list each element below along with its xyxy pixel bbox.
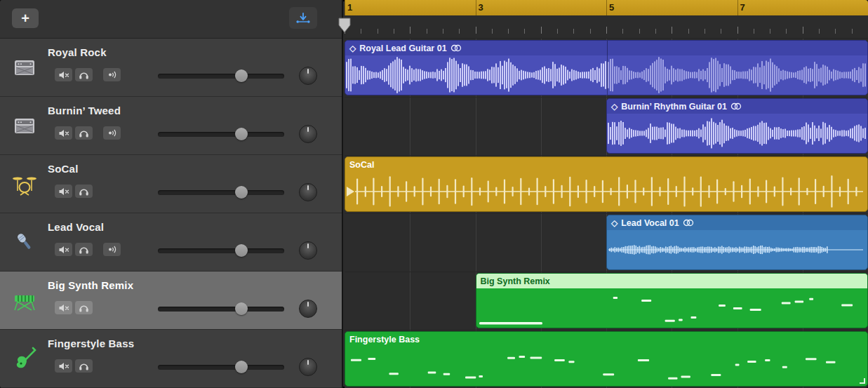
pan-knob[interactable] xyxy=(299,300,317,318)
bass-guitar-icon xyxy=(8,344,41,373)
beat-tick xyxy=(754,29,754,34)
track-name: Lead Vocal xyxy=(48,221,104,233)
lane-separator xyxy=(345,155,868,156)
beat-tick xyxy=(590,29,591,34)
track-control-buttons xyxy=(55,185,95,198)
solo-button[interactable] xyxy=(75,359,93,373)
beat-tick xyxy=(443,29,443,34)
lane-separator xyxy=(345,97,868,98)
pan-knob[interactable] xyxy=(299,241,317,260)
beat-tick xyxy=(508,29,509,34)
volume-slider-thumb[interactable] xyxy=(235,361,248,373)
solo-button[interactable] xyxy=(75,243,93,256)
beat-tick xyxy=(410,27,410,34)
mute-button[interactable] xyxy=(55,301,72,314)
pan-knob[interactable] xyxy=(299,67,317,85)
solo-button[interactable] xyxy=(75,68,93,81)
region-socal[interactable]: SoCal xyxy=(345,156,868,212)
volume-slider[interactable] xyxy=(158,70,284,81)
solo-button[interactable] xyxy=(75,185,93,198)
track-header-socal[interactable]: SoCal xyxy=(0,155,342,213)
solo-button[interactable] xyxy=(75,126,93,140)
beat-tick xyxy=(672,27,672,34)
volume-slider[interactable] xyxy=(158,128,284,140)
track-name: Burnin’ Tweed xyxy=(48,105,121,116)
region-waveform xyxy=(607,230,867,269)
track-header-fingerstyle-bass[interactable]: Fingerstyle Bass xyxy=(0,330,342,388)
volume-slider-thumb[interactable] xyxy=(235,302,248,315)
region-fingerstyle-bass[interactable]: Fingerstyle Bass xyxy=(345,331,868,387)
track-control-buttons xyxy=(55,359,95,373)
volume-slider-thumb[interactable] xyxy=(235,69,248,82)
beat-tick xyxy=(688,29,689,34)
beat-tick xyxy=(524,29,525,34)
region-header: ◇Lead Vocal 01 xyxy=(607,215,867,230)
track-headers-toolbar: + xyxy=(0,0,342,39)
stereo-circles-icon xyxy=(683,219,694,227)
playhead[interactable] xyxy=(338,18,351,33)
volume-slider-thumb[interactable] xyxy=(235,186,248,199)
input-monitoring-button[interactable] xyxy=(103,126,121,140)
beat-ruler[interactable] xyxy=(345,15,868,39)
beat-tick xyxy=(573,29,574,34)
lane-separator xyxy=(345,330,868,330)
mute-icon xyxy=(58,71,69,79)
automation-toggle-button[interactable] xyxy=(289,7,317,29)
volume-slider-thumb[interactable] xyxy=(235,244,248,257)
follow-tempo-icon: ◇ xyxy=(349,44,356,53)
region-resize-handle[interactable] xyxy=(860,378,865,384)
track-header-burnin-tweed[interactable]: Burnin’ Tweed xyxy=(0,97,342,155)
beat-tick xyxy=(770,29,770,34)
region-royal-lead-guitar-01[interactable]: ◇Royal Lead Guitar 01 xyxy=(345,40,868,95)
drum-kit-icon xyxy=(8,170,41,198)
input-monitoring-button[interactable] xyxy=(103,243,121,256)
volume-slider[interactable] xyxy=(158,187,284,198)
volume-slider[interactable] xyxy=(158,245,284,256)
track-header-royal-rock[interactable]: Royal Rock xyxy=(0,39,342,97)
ruler-measure-line xyxy=(476,0,476,15)
timeline: 1357 ◇Royal Lead Guitar 01◇Burnin’ Rhyth… xyxy=(345,0,868,388)
track-header-big-synth-remix[interactable]: Big Synth Remix xyxy=(0,272,342,330)
volume-slider[interactable] xyxy=(158,361,284,373)
mute-button[interactable] xyxy=(55,68,72,81)
solo-button[interactable] xyxy=(75,301,93,314)
bass-guitar-icon xyxy=(13,346,36,371)
region-label: Big Synth Remix xyxy=(481,276,550,286)
microphone-icon xyxy=(8,228,41,256)
beat-tick xyxy=(541,27,542,34)
time-ruler[interactable]: 1357 xyxy=(345,0,868,15)
region-header: ◇Royal Lead Guitar 01 xyxy=(345,41,867,55)
beat-tick xyxy=(394,29,394,34)
mute-button[interactable] xyxy=(55,243,72,256)
region-waveform xyxy=(345,172,867,211)
mute-button[interactable] xyxy=(55,359,72,373)
region-label: SoCal xyxy=(349,160,374,170)
region-header: ◇Burnin’ Rhythm Guitar 01 xyxy=(607,99,867,114)
volume-slider[interactable] xyxy=(158,303,284,314)
beat-tick xyxy=(737,27,738,34)
mute-button[interactable] xyxy=(55,126,72,140)
volume-slider-thumb[interactable] xyxy=(235,128,248,140)
region-label: Burnin’ Rhythm Guitar 01 xyxy=(621,102,727,112)
pan-knob[interactable] xyxy=(299,125,317,143)
pan-knob[interactable] xyxy=(299,183,317,201)
track-header-lead-vocal[interactable]: Lead Vocal xyxy=(0,213,342,272)
input-monitoring-button[interactable] xyxy=(103,68,121,81)
beat-tick xyxy=(786,29,787,34)
beat-tick xyxy=(378,29,378,34)
input-monitoring-icon xyxy=(107,128,117,138)
region-big-synth-remix[interactable]: Big Synth Remix xyxy=(476,273,868,328)
mute-button[interactable] xyxy=(55,185,72,198)
region-burnin-rhythm-guitar-01[interactable]: ◇Burnin’ Rhythm Guitar 01 xyxy=(606,98,868,154)
ruler-measure-line xyxy=(606,0,607,15)
track-name: Fingerstyle Bass xyxy=(48,337,134,349)
garageband-tracks-window: + Royal RockBurnin’ TweedSoCalLead Vocal… xyxy=(0,0,868,388)
beat-tick xyxy=(852,29,853,34)
region-lead-vocal-01[interactable]: ◇Lead Vocal 01 xyxy=(606,215,868,270)
mute-icon xyxy=(58,304,69,312)
add-track-button[interactable]: + xyxy=(12,8,39,28)
automation-icon xyxy=(295,11,311,25)
ruler-measure-number: 3 xyxy=(479,2,483,13)
track-headers-panel: + Royal RockBurnin’ TweedSoCalLead Vocal… xyxy=(0,0,343,388)
pan-knob[interactable] xyxy=(299,358,317,376)
